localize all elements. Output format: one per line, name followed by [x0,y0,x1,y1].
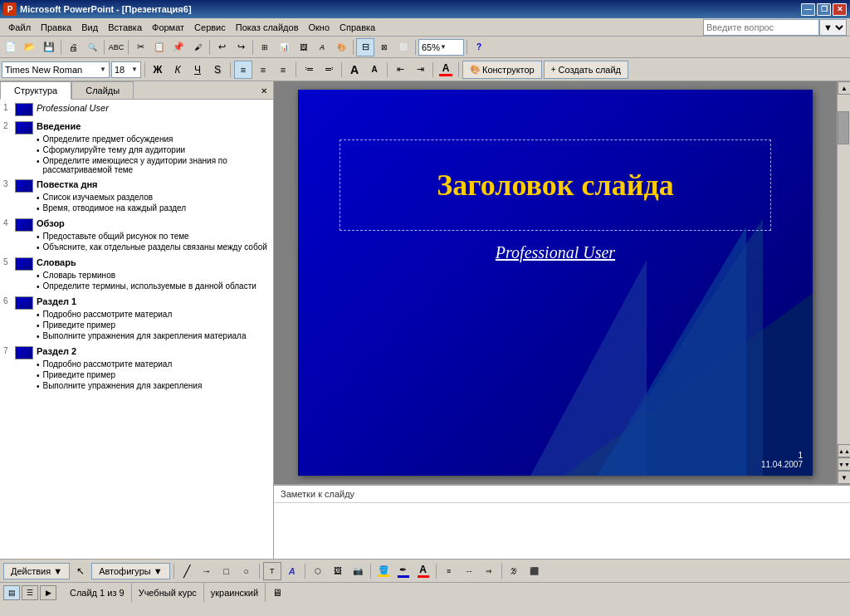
menu-view[interactable]: Вид [76,21,103,34]
indent-less-button[interactable]: ⇤ [391,61,409,79]
cursor-button[interactable]: ↖ [71,562,90,580]
shadow-style-button[interactable]: 🌫 [506,562,524,580]
slide-canvas[interactable]: Заголовок слайда Professional User 1 11.… [298,90,813,476]
align-center-button[interactable]: ≡ [254,61,272,79]
save-button[interactable]: 💾 [40,38,58,56]
oval-tool[interactable]: ○ [237,562,256,580]
slide-info: Слайд 1 из 9 [63,583,132,602]
increase-font-button[interactable]: A [345,61,364,79]
zoom-box[interactable]: 65% ▼ [418,39,464,56]
scroll-page-up[interactable]: ▲▲ [838,444,850,457]
menu-tools[interactable]: Сервис [189,21,231,34]
decrease-font-button[interactable]: A [365,61,383,79]
slideshow-view-button[interactable]: ▶ [40,585,56,600]
tab-slides[interactable]: Слайды [71,81,134,99]
menu-window[interactable]: Окно [304,21,335,34]
slide-layout-button[interactable]: ⊟ [356,38,374,56]
minimize-button[interactable]: — [801,3,815,16]
numbering-button[interactable]: ≕ [320,61,338,79]
diagram-tool[interactable]: ⬡ [309,562,327,580]
insert-chart-button[interactable]: 📊 [275,38,293,56]
line-tool[interactable]: ╱ [178,562,196,580]
help-dropdown[interactable]: ▼ [819,19,847,36]
font-size-dropdown[interactable]: 18 ▼ [111,61,141,78]
window-controls: — ❐ ✕ [801,3,847,16]
align-left-button[interactable]: ≡ [234,61,252,79]
menu-slideshow[interactable]: Показ слайдов [231,21,304,34]
italic-button[interactable]: К [169,61,187,79]
actions-button[interactable]: Действия ▼ [3,563,70,579]
normal-view-button[interactable]: ▤ [3,585,20,600]
open-button[interactable]: 📂 [21,38,39,56]
font-color-draw-button[interactable]: A [414,562,432,580]
indent-more-button[interactable]: ⇥ [411,61,429,79]
redo-button[interactable]: ↪ [232,38,250,56]
design-button[interactable]: 🎨 Конструктор [462,61,542,79]
paste-button[interactable]: 📌 [169,38,188,56]
3d-style-button[interactable]: ⬛ [525,562,544,580]
copy-button[interactable]: 📋 [150,38,169,56]
new-slide-button[interactable]: + Создать слайд [544,61,628,79]
expand-button[interactable]: ⊠ [375,38,393,56]
insert-table-button[interactable]: ⊞ [256,38,274,56]
line-color-button[interactable]: ✒ [394,562,413,580]
preview-button[interactable]: 🔍 [83,38,101,56]
shadow-button[interactable]: S [208,61,227,79]
font-color-button[interactable]: A [437,61,455,79]
font-name-dropdown[interactable]: Times New Roman ▼ [2,61,110,78]
arrow-style-button[interactable]: ⇒ [480,562,498,580]
new-button[interactable]: 📄 [2,38,20,56]
dash-style-button[interactable]: - - [460,562,478,580]
close-button[interactable]: ✕ [833,3,847,16]
outline-title-6: Раздел 1 [37,296,76,306]
title-text: Microsoft PowerPoint - [Презентация6] [20,4,192,14]
insert-picture-button[interactable]: 🖼 [294,38,312,56]
insert-wordart-button[interactable]: A [313,38,331,56]
cut-button[interactable]: ✂ [131,38,149,56]
slide-title-box[interactable]: Заголовок слайда [340,139,771,231]
scroll-track[interactable] [838,95,850,444]
picture-tool[interactable]: 📷 [349,562,367,580]
spell-button[interactable]: ABC [107,38,125,56]
format-copy-button[interactable]: 🖌 [188,38,207,56]
textbox-tool[interactable]: T [263,562,281,580]
print-button[interactable]: 🖨 [64,38,82,56]
arrow-tool[interactable]: → [198,562,216,580]
slide-subtitle[interactable]: Professional User [298,243,813,262]
scroll-down-button[interactable]: ▼ [838,471,850,484]
scroll-page-down[interactable]: ▼▼ [838,457,850,471]
menu-edit[interactable]: Правка [36,21,76,34]
panel-close-button[interactable]: ✕ [258,85,270,96]
list-item: •Подробно рассмотрите материал [37,310,270,320]
outline-item-5: 5 Словарь •Словарь терминов •Определите … [3,257,270,291]
slide-viewport[interactable]: Заголовок слайда Professional User 1 11.… [274,81,837,484]
insert-clipart-button[interactable]: 🎨 [332,38,350,56]
content-area: Структура Слайды ✕ 1 Professional User 2… [0,81,850,559]
clipart-tool[interactable]: 🖼 [329,562,347,580]
scroll-up-button[interactable]: ▲ [838,81,850,95]
vertical-scrollbar[interactable]: ▲ ▲▲ ▼▼ ▼ [837,81,850,484]
menu-format[interactable]: Формат [147,21,189,34]
scroll-thumb[interactable] [838,111,849,144]
maximize-button[interactable]: ❐ [817,3,831,16]
bullets-button[interactable]: ≔ [300,61,318,79]
tab-structure[interactable]: Структура [0,81,71,100]
grayscale-button[interactable]: ⬜ [394,38,413,56]
line-style-button[interactable]: ≡ [440,562,458,580]
menu-help[interactable]: Справка [335,21,380,34]
menu-insert[interactable]: Вставка [103,21,147,34]
wordart-tool[interactable]: A [283,562,301,580]
bold-button[interactable]: Ж [149,61,167,79]
help-input[interactable] [703,19,819,36]
rectangle-tool[interactable]: □ [217,562,236,580]
undo-button[interactable]: ↩ [212,38,231,56]
underline-button[interactable]: Ч [188,61,207,79]
fill-color-button[interactable]: 🪣 [374,562,393,580]
outline-bullets-6: •Подробно рассмотрите материал •Приведит… [37,310,270,341]
outline-view-button[interactable]: ☰ [22,585,38,600]
align-right-button[interactable]: ≡ [274,61,292,79]
menu-file[interactable]: Файл [3,21,36,34]
help-button[interactable]: ? [470,38,488,56]
autoshapes-button[interactable]: Автофигуры ▼ [91,563,170,579]
notes-editor[interactable] [274,503,850,559]
